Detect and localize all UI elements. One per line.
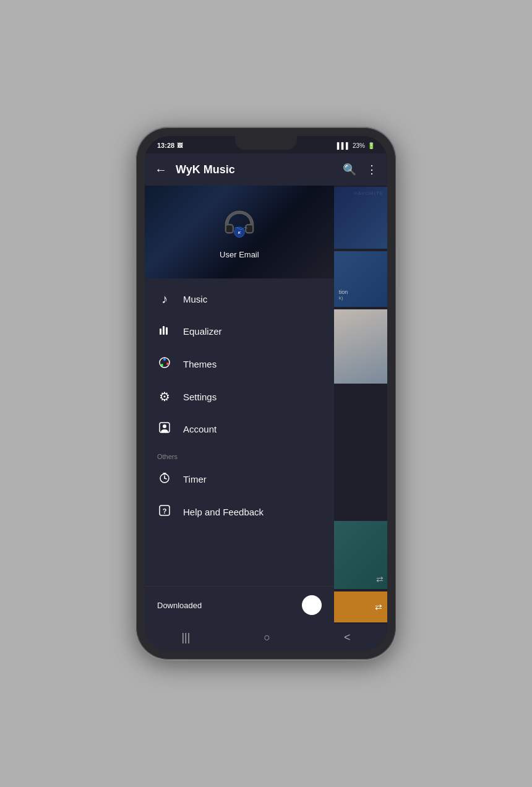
menu-item-help[interactable]: ? Help and Feedback <box>145 496 334 528</box>
equalizer-label: Equalizer <box>183 326 222 337</box>
app-bar: ← WyK Music 🔍 ⋮ <box>145 153 387 186</box>
svg-text:?: ? <box>163 507 167 515</box>
downloaded-label: Downloaded <box>157 601 202 610</box>
nav-bar: ||| ○ < <box>145 624 387 651</box>
card-title-1: tion <box>339 289 348 295</box>
svg-point-9 <box>166 363 169 365</box>
favorite-card: FAVORITE <box>334 187 387 249</box>
teal-card: ⇄ <box>334 521 387 589</box>
others-section: Others <box>145 445 334 463</box>
themes-label: Themes <box>183 359 217 369</box>
drawer: K User Email ♪ Music <box>145 186 334 624</box>
more-options-icon[interactable]: ⋮ <box>366 163 377 176</box>
downloaded-toggle[interactable] <box>302 595 322 615</box>
account-label: Account <box>183 424 217 434</box>
notch <box>235 136 297 150</box>
amber-card: ⇄ <box>334 591 387 622</box>
svg-point-10 <box>161 364 163 366</box>
home-button[interactable]: ○ <box>254 626 280 649</box>
settings-icon: ⚙ <box>157 389 172 404</box>
settings-label: Settings <box>183 392 217 402</box>
svg-rect-0 <box>226 225 233 232</box>
status-time: 13:28 🖼 <box>157 142 182 149</box>
svg-point-8 <box>163 358 166 361</box>
blue-card: tion k) <box>334 251 387 307</box>
svg-rect-1 <box>246 225 253 232</box>
menu-item-settings[interactable]: ⚙ Settings <box>145 381 334 413</box>
svg-rect-5 <box>163 326 165 335</box>
time-display: 13:28 <box>157 142 174 149</box>
search-icon[interactable]: 🔍 <box>343 163 356 176</box>
signal-icon: ▌▌▌ <box>337 142 350 149</box>
gallery-icon: 🖼 <box>177 142 182 148</box>
headphones-icon: K <box>221 205 258 243</box>
svg-point-13 <box>163 424 166 428</box>
menu-item-account[interactable]: Account <box>145 413 334 445</box>
phone-frame: 13:28 🖼 ▌▌▌ 23% 🔋 ← WyK Music 🔍 ⋮ <box>136 127 396 660</box>
svg-point-11 <box>163 363 166 366</box>
svg-line-16 <box>165 478 166 479</box>
recent-apps-button[interactable]: ||| <box>171 626 200 649</box>
battery-icon: 🔋 <box>367 142 375 149</box>
light-card <box>334 309 387 384</box>
svg-rect-4 <box>160 329 161 335</box>
timer-label: Timer <box>183 474 207 484</box>
phone-screen: 13:28 🖼 ▌▌▌ 23% 🔋 ← WyK Music 🔍 ⋮ <box>145 136 387 651</box>
account-icon <box>157 421 172 437</box>
spacer <box>334 385 387 520</box>
drawer-menu: ♪ Music Equalizer <box>145 278 334 586</box>
back-nav-button[interactable]: < <box>334 626 361 649</box>
card-subtitle-1: k) <box>339 295 348 301</box>
menu-item-themes[interactable]: Themes <box>145 348 334 381</box>
back-button[interactable]: ← <box>155 163 167 177</box>
app-bar-actions: 🔍 ⋮ <box>343 163 377 176</box>
music-note-icon: ♪ <box>157 292 172 306</box>
user-email: User Email <box>220 250 259 259</box>
headphone-icon-wrap: K <box>221 205 258 245</box>
palette-icon <box>157 356 172 372</box>
equalizer-icon <box>157 324 172 339</box>
status-icons: ▌▌▌ 23% 🔋 <box>337 142 375 149</box>
music-label: Music <box>183 294 207 304</box>
drawer-header: K User Email <box>145 186 334 278</box>
main-content: K User Email ♪ Music <box>145 186 387 624</box>
menu-item-music[interactable]: ♪ Music <box>145 283 334 315</box>
svg-rect-6 <box>166 327 168 335</box>
menu-item-equalizer[interactable]: Equalizer <box>145 315 334 348</box>
menu-item-timer[interactable]: Timer <box>145 463 334 496</box>
help-label: Help and Feedback <box>183 507 264 517</box>
help-icon: ? <box>157 504 172 520</box>
app-title: WyK Music <box>176 163 343 176</box>
right-panel: FAVORITE tion k) <box>334 186 387 624</box>
drawer-bottom: Downloaded <box>145 586 334 624</box>
svg-text:K: K <box>238 230 241 234</box>
timer-icon <box>157 471 172 487</box>
battery-text: 23% <box>353 142 365 149</box>
